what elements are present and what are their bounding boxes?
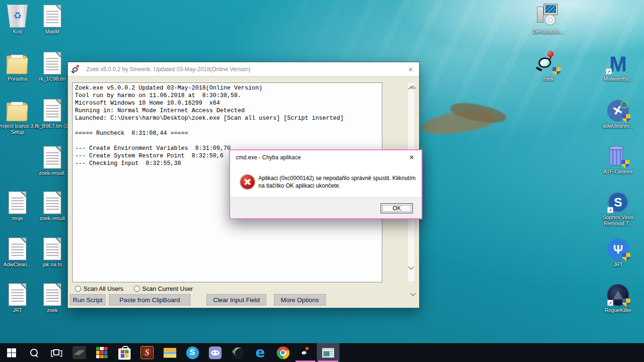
desktop-icon-label: Koš: [13, 29, 22, 35]
desktop-icon-zoek-doc[interactable]: zoek: [32, 281, 73, 313]
document-icon: [43, 99, 61, 122]
desktop-icon-zoek-app[interactable]: zoek: [528, 50, 569, 82]
shortcut-arrow-icon: ↗: [607, 207, 613, 213]
taskbar-app-skype[interactable]: S: [181, 343, 204, 362]
search-button[interactable]: [23, 343, 45, 362]
folder-icon: [7, 102, 28, 122]
clear-input-button[interactable]: Clear Input Field: [206, 294, 266, 305]
taskbar-app-file-explorer[interactable]: [158, 343, 181, 362]
desktop-icon-label: zoek: [543, 76, 553, 82]
radio-scan-current-user[interactable]: Scan Current User: [134, 285, 193, 292]
desktop-icon-zoek-result-2[interactable]: zoek-result: [32, 189, 73, 222]
desktop-icon-sophos[interactable]: S↗ Sophos Virus Removal T...: [598, 189, 638, 227]
document-icon: [8, 191, 26, 214]
chrome-icon: [277, 346, 289, 359]
taskbar-app-cmd-dialog[interactable]: [317, 343, 339, 362]
teamspeak-icon: [231, 346, 244, 359]
taskbar-app-chrome[interactable]: [272, 343, 294, 362]
dialog-footer: OK: [230, 197, 421, 218]
more-options-button[interactable]: More Options: [274, 294, 326, 305]
start-button[interactable]: [0, 343, 23, 362]
game-s-icon: S: [140, 346, 154, 359]
document-icon: [8, 238, 26, 260]
shortcut-arrow-icon: ↗: [606, 68, 612, 74]
desktop-icon-mabm[interactable]: MabM: [32, 3, 73, 35]
desktop-icon-jak-na-to[interactable]: jak na to: [32, 236, 73, 268]
file-explorer-icon: [164, 348, 176, 358]
taskbar: S S e: [0, 343, 644, 362]
desktop-icon-label: Malwareby...: [603, 76, 633, 82]
desktop-icon-rk1c98[interactable]: rk_1C98.tm: [32, 50, 73, 82]
desktop-icon-label: ATF-Cleaner: [603, 169, 633, 175]
search-icon: [30, 348, 38, 357]
taskbar-app-edge[interactable]: e: [249, 343, 272, 362]
desktop: ♻ Koš MabM Poradna rk_1C98.tm Project Ic…: [0, 0, 644, 362]
radio-label: Scan All Users: [83, 285, 124, 292]
close-icon[interactable]: ✕: [405, 152, 418, 163]
taskbar-app-game[interactable]: [68, 343, 91, 362]
desktop-icon-label: rk_1C98.tm: [39, 76, 66, 82]
desktop-icon-label: adwcleaner...: [603, 123, 634, 129]
taskbar-app-zoek[interactable]: [294, 343, 317, 362]
document-icon: [43, 52, 61, 74]
radio-circle-icon[interactable]: [75, 286, 81, 292]
zoek-magnifier-icon: [300, 347, 311, 358]
uac-shield-icon: [621, 160, 629, 168]
document-icon: [43, 238, 61, 260]
radio-scan-all-users[interactable]: Scan All Users: [75, 285, 124, 292]
radio-circle-icon[interactable]: [134, 286, 140, 292]
task-view-icon: [51, 349, 62, 356]
edge-icon: e: [256, 346, 265, 359]
desktop-icon-adwcleaner[interactable]: adwcleaner...: [598, 97, 638, 129]
desktop-icon-roguekiller[interactable]: ↗ RogueKiller: [598, 281, 638, 313]
error-dialog: cmd.exe - Chyba aplikace ✕ Aplikaci (0xc…: [229, 149, 422, 219]
document-icon: [43, 146, 61, 169]
paste-clipboard-button[interactable]: Paste from ClipBoard: [109, 294, 190, 305]
desktop-icon-label: Poradna: [8, 76, 27, 82]
close-icon[interactable]: ✕: [405, 64, 416, 74]
uac-shield-icon: [622, 114, 630, 123]
desktop-icon-rkb9e7[interactable]: rk_B9E7.tm (2): [32, 97, 73, 129]
desktop-icon-malwarebytes[interactable]: M↗ Malwareby...: [598, 50, 638, 82]
jrt-icon: Ψ: [607, 239, 629, 260]
desktop-icon-label: zoek-result.: [39, 170, 66, 176]
desktop-icon-label: RogueKiller: [605, 307, 632, 313]
installer-icon: [536, 3, 561, 27]
taskbar-app-store[interactable]: [113, 343, 136, 362]
ok-button[interactable]: OK: [380, 203, 413, 214]
desktop-icon-label: Zemana.An...: [533, 29, 564, 35]
malwarebytes-icon: M↗: [606, 52, 630, 74]
desktop-icon-label: rk_B9E7.tm (2): [35, 123, 70, 129]
task-view-button[interactable]: [45, 343, 68, 362]
desktop-icon-zoek-result-1[interactable]: zoek-result.: [32, 144, 73, 176]
run-script-button[interactable]: Run Script: [70, 294, 106, 305]
document-icon: [43, 191, 61, 214]
window-title: Zoek v5.0.0.2 by Smeenk. Updated 03-May-…: [86, 66, 250, 73]
rubiks-cube-icon: [96, 346, 108, 359]
taskbar-app-discord[interactable]: [204, 343, 226, 362]
desktop-icon-jrt-app[interactable]: Ψ JRT: [598, 236, 638, 268]
window-icon: [322, 348, 334, 358]
game-icon: [73, 346, 86, 359]
folder-icon: [7, 55, 28, 74]
desktop-icon-label: jak na to: [42, 262, 62, 268]
zoek-app-icon: [72, 65, 81, 74]
desktop-icon-label: AdwClean...: [3, 262, 31, 268]
radio-label: Scan Current User: [142, 285, 193, 292]
dialog-title: cmd.exe - Chyba aplikace: [236, 154, 301, 161]
scroll-up-icon[interactable]: [410, 85, 416, 91]
zoek-titlebar[interactable]: Zoek v5.0.0.2 by Smeenk. Updated 03-May-…: [68, 62, 419, 76]
desktop-icon-label: MabM: [45, 29, 60, 35]
dialog-message: Aplikaci (0xc0000142) se nepodařilo sprá…: [258, 174, 419, 189]
adwcleaner-icon: [607, 100, 629, 122]
sophos-icon: S↗: [607, 191, 629, 213]
document-icon: [8, 283, 26, 306]
uac-shield-icon: [622, 253, 630, 261]
taskbar-app-rubiks[interactable]: [91, 343, 113, 362]
desktop-icon-zemana[interactable]: Zemana.An...: [528, 3, 569, 35]
taskbar-app-game-s[interactable]: S: [136, 343, 158, 362]
desktop-icon-atf-cleaner[interactable]: ATF-Cleaner: [598, 143, 638, 175]
uac-shield-icon: [553, 67, 561, 75]
recycle-bin-icon: ♻: [7, 4, 28, 27]
taskbar-app-teamspeak[interactable]: [226, 343, 249, 362]
